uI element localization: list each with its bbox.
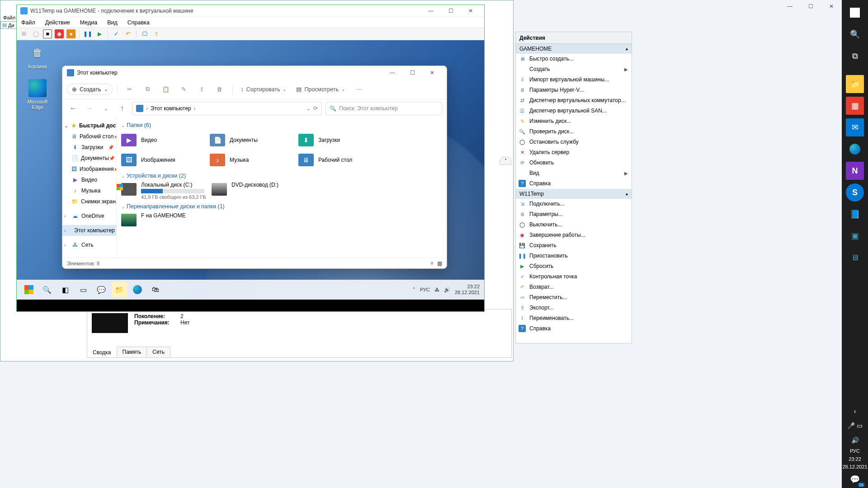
host-close-button[interactable]: ✕ [821,0,842,13]
vmc-minimize-button[interactable]: — [421,5,441,17]
address-bar[interactable]: › Этот компьютер › ⌄ ⟳ [132,102,322,115]
action-host-8[interactable]: ◯Остановить службу [516,137,632,147]
host-search-button[interactable]: 🔍 [846,25,864,43]
action-vm-3[interactable]: ◉Завершение работы... [516,230,632,240]
host-start-button[interactable] [846,4,864,22]
desktop-icon-recycle-bin[interactable]: 🗑 Корзина [21,44,54,69]
action-vm-6[interactable]: ▶Сбросить [516,261,632,272]
vmc-maximize-button[interactable]: ☐ [441,5,461,17]
host-mail-button[interactable]: ✉ [846,118,864,136]
sidebar-pinned-0[interactable]: 🖥Рабочий стол📌 [62,131,116,142]
view-large-button[interactable]: ▦ [437,260,442,267]
sidebar-network[interactable]: ›🖧Сеть [62,239,116,250]
host-minimize-button[interactable]: — [779,0,800,13]
folder-3[interactable]: 🖼Изображения [121,151,205,169]
host-lang-indicator[interactable]: РУС [850,448,860,454]
guest-store-button[interactable]: 🛍 [148,282,163,297]
vmc-menu-action[interactable]: Действие [43,19,72,27]
host-volume-icon[interactable]: 🔊 [846,435,864,446]
vmc-ctrl-alt-del-button[interactable]: ⌘ [19,29,28,38]
host-tray-chevron[interactable]: ‹ [846,406,864,417]
vmconnect-titlebar[interactable]: W11Temp на GAMEHOME - подключение к вирт… [17,5,484,17]
host-clock-time[interactable]: 23:22 [849,456,861,462]
sort-button[interactable]: ↕Сортировать⌄ [237,84,290,94]
details-tab-summary[interactable]: Сводка [87,347,117,357]
folder-2[interactable]: ⬇Загрузки [298,131,382,149]
view-details-button[interactable]: ≡ [430,260,434,267]
action-host-4[interactable]: ⇄Диспетчер виртуальных коммутаторо... [516,95,632,106]
action-host-5[interactable]: ☰Диспетчер виртуальной SAN... [516,106,632,116]
hyperv-menu-file[interactable]: Файл [0,14,17,21]
paste-button[interactable]: 📋 [158,82,174,97]
action-vm-9[interactable]: ⇨Переместить... [516,292,632,303]
folder-4[interactable]: ♪Музыка [210,151,294,169]
guest-taskview-button[interactable]: ◧ [57,282,73,297]
actions-section-vm[interactable]: W11Temp▴ [516,189,632,199]
drive-dvd[interactable]: DVD-дисковод (D:) [212,182,297,200]
explorer-close-button[interactable]: ✕ [422,66,442,80]
search-input[interactable]: 🔍 Поиск: Этот компьютер [326,102,442,115]
action-vm-10[interactable]: ⇪Экспорт... [516,303,632,313]
sidebar-pinned-3[interactable]: 🖼Изображения📌 [62,164,116,174]
address-dropdown-icon[interactable]: ⌄ [306,105,311,112]
folder-5[interactable]: 🖥Рабочий стол [298,151,382,169]
host-taskview-button[interactable]: ⧉ [846,47,864,65]
guest-desktop[interactable]: 🗑 Корзина Microsoft Edge Этот компьютер … [17,40,484,311]
vmc-menu-view[interactable]: Вид [105,19,119,27]
sidebar-quick-access[interactable]: ⌄★Быстрый доступ [62,120,116,131]
copy-button[interactable]: ⧉ [140,82,156,97]
host-maximize-button[interactable]: ☐ [800,0,821,13]
action-host-7[interactable]: 🔍Проверить диск... [516,127,632,137]
host-mic-icon[interactable]: 🎤 ▭ [846,420,864,431]
action-host-0[interactable]: 🖥Быстро создать... [516,54,632,64]
action-vm-5[interactable]: ❚❚Приостановить [516,251,632,261]
action-vm-7[interactable]: ✓Контрольная точка [516,272,632,282]
vmc-save-button[interactable]: ● [66,29,75,38]
refresh-button[interactable]: ⟳ [313,105,318,112]
vmc-shutdown-button[interactable]: ◉ [55,29,64,38]
action-host-11[interactable]: Вид▶ [516,168,632,178]
sidebar-pinned-2[interactable]: 📄Документы📌 [62,153,116,164]
explorer-maximize-button[interactable]: ☐ [402,66,422,80]
view-button[interactable]: ▤Просмотреть⌄ [292,84,349,94]
action-vm-11[interactable]: IПереименовать... [516,313,632,324]
details-tab-memory[interactable]: Память [117,347,147,357]
action-host-10[interactable]: ⟳Обновить [516,158,632,168]
action-host-2[interactable]: ⇩Импорт виртуальной машины... [516,75,632,85]
sidebar-recent-0[interactable]: ▶Видео [62,174,116,185]
guest-widgets-button[interactable]: ▭ [75,282,91,297]
action-vm-4[interactable]: 💾Сохранить [516,240,632,251]
guest-edge-button[interactable] [130,282,145,297]
host-hyperv-button[interactable]: ▣ [846,227,864,245]
host-app-button-1[interactable]: ▦ [846,97,864,115]
vmc-checkpoint-button[interactable]: ✓ [112,29,121,38]
nav-recent-button[interactable]: ⌄ [99,102,112,115]
hyperv-tree-fragment[interactable]: ▤Ди [0,21,17,29]
group-redirect-header[interactable]: ⌄Перенаправленные диски и папки (1) [121,203,442,210]
action-host-1[interactable]: Создать▶ [516,64,632,75]
guest-chat-button[interactable]: 💬 [94,282,109,297]
sidebar-recent-2[interactable]: 📁Снимки экрана [62,196,116,207]
explorer-titlebar[interactable]: Этот компьютер — ☐ ✕ [62,66,447,80]
host-vmconnect-button[interactable]: 🖥 [846,249,864,267]
desktop-icon-edge[interactable]: Microsoft Edge [21,79,54,110]
host-onenote-button[interactable]: N [846,162,864,180]
group-folders-header[interactable]: ⌄Папки (6) [121,122,442,128]
explorer-minimize-button[interactable]: — [382,66,402,80]
host-skype-button[interactable]: S [846,183,864,202]
action-vm-12[interactable]: ?Справка [516,324,632,334]
group-drives-header[interactable]: ⌄Устройства и диски (2) [121,173,442,179]
vmc-menu-file[interactable]: Файл [19,19,37,27]
explorer-new-button[interactable]: ⊕Создать⌄ [67,84,113,95]
action-host-12[interactable]: ?Справка [516,178,632,189]
vmc-menu-help[interactable]: Справка [126,19,151,27]
action-vm-0[interactable]: ⇲Подключить... [516,199,632,209]
nav-forward-button[interactable]: → [83,102,96,115]
host-app-button-2[interactable]: 📘 [846,205,864,223]
nav-up-button[interactable]: ↑ [116,102,128,115]
action-host-9[interactable]: ✕Удалить сервер [516,147,632,158]
folder-1[interactable]: 📄Документы [210,131,294,149]
folder-0[interactable]: ▶Видео [121,131,205,149]
sidebar-recent-1[interactable]: ♪Музыка [62,185,116,196]
guest-search-button[interactable]: 🔍 [39,282,55,297]
